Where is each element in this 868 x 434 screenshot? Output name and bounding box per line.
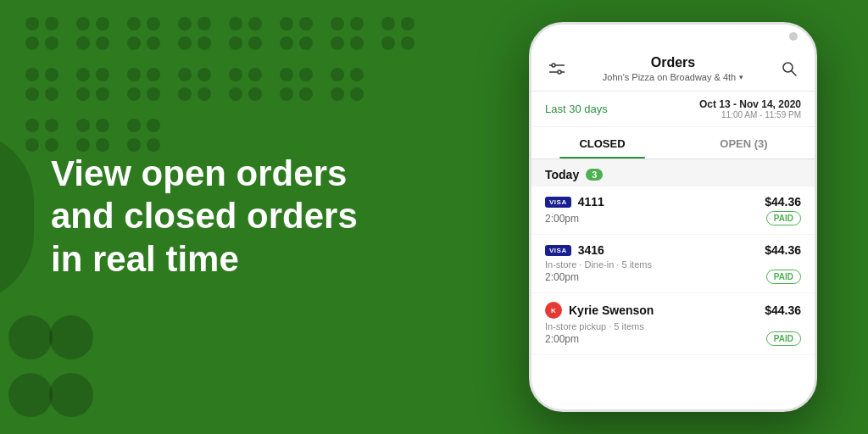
date-range-text: Oct 13 - Nov 14, 2020 11:00 AM - 11:59 P… [699, 98, 801, 120]
tab-closed[interactable]: CLOSED [531, 127, 673, 159]
svg-point-0 [552, 64, 555, 67]
order-time-3: 2:00pm [545, 333, 579, 345]
order-amount-1: $44.36 [765, 195, 801, 209]
phone-frame: Orders John's Pizza on Broadway & 4th ▾ [529, 22, 817, 412]
paid-badge-2: PAID [766, 270, 801, 284]
order-number-1: 4111 [578, 195, 604, 209]
order-card-2[interactable]: VISA 3416 $44.36 In-store · Dine-in · 5 … [531, 235, 815, 292]
order-number-2: 3416 [578, 243, 604, 257]
header-row: Orders John's Pizza on Broadway & 4th ▾ [545, 55, 801, 82]
visa-badge-1: VISA [545, 197, 571, 208]
order-time-2: 2:00pm [545, 271, 579, 283]
order-amount-2: $44.36 [765, 243, 801, 257]
order-row-bottom-2: 2:00pm PAID [545, 270, 801, 284]
camera-dot [789, 32, 798, 41]
orders-title: Orders [569, 55, 777, 70]
order-row-top-1: VISA 4111 $44.36 [545, 195, 801, 209]
paid-badge-3: PAID [766, 331, 801, 346]
phone-screen: Orders John's Pizza on Broadway & 4th ▾ [531, 25, 815, 409]
chevron-down-icon: ▾ [739, 73, 743, 81]
svg-point-3 [558, 70, 561, 74]
date-range-sub: 11:00 AM - 11:59 PM [699, 110, 801, 120]
today-badge: 3 [586, 169, 603, 181]
order-amount-3: $44.36 [765, 303, 801, 317]
svg-line-7 [792, 71, 797, 76]
order-card-1[interactable]: VISA 4111 $44.36 2:00pm PAID [531, 186, 815, 234]
order-details-2: In-store · Dine-in · 5 items [545, 259, 652, 270]
main-headline: View open orders and closed orders in re… [51, 153, 358, 281]
order-left-3: K Kyrie Swenson [545, 302, 654, 319]
paid-badge-1: PAID [766, 211, 801, 225]
orders-list: Today 3 VISA 4111 $44.36 2:00pm PAID [531, 159, 815, 355]
order-time-1: 2:00pm [545, 213, 579, 225]
app-header: Orders John's Pizza on Broadway & 4th ▾ [531, 48, 815, 92]
status-bar [531, 25, 815, 48]
headline-line1: View open orders [51, 153, 347, 193]
order-name-3: Kyrie Swenson [569, 303, 654, 317]
search-icon[interactable] [777, 57, 801, 81]
order-details-3: In-store pickup · 5 items [545, 321, 644, 331]
date-range-row: Last 30 days Oct 13 - Nov 14, 2020 11:00… [531, 92, 815, 127]
tabs-row: CLOSED OPEN (3) [531, 127, 815, 159]
filter-icon[interactable] [545, 57, 569, 81]
order-row-top-2: VISA 3416 $44.36 [545, 243, 801, 257]
order-left-2: VISA 3416 [545, 243, 604, 257]
headline-line3: in real time [51, 239, 239, 279]
order-row-bottom-3: 2:00pm PAID [545, 331, 801, 346]
section-header: Today 3 [531, 159, 815, 186]
location-text: John's Pizza on Broadway & 4th [603, 72, 736, 82]
left-content: View open orders and closed orders in re… [51, 153, 358, 281]
header-title: Orders John's Pizza on Broadway & 4th ▾ [569, 55, 777, 82]
order-left-1: VISA 4111 [545, 195, 604, 209]
kyrie-avatar: K [545, 302, 562, 319]
date-range-main: Oct 13 - Nov 14, 2020 [699, 98, 801, 110]
tab-open[interactable]: OPEN (3) [673, 127, 815, 159]
date-filter-link[interactable]: Last 30 days [545, 103, 608, 115]
visa-badge-2: VISA [545, 245, 571, 256]
section-title: Today [545, 168, 579, 181]
order-row-bottom-1: 2:00pm PAID [545, 211, 801, 225]
order-card-3[interactable]: K Kyrie Swenson $44.36 In-store pickup ·… [531, 293, 815, 354]
order-row-mid-3: In-store pickup · 5 items [545, 321, 801, 331]
phone-mockup: Orders John's Pizza on Broadway & 4th ▾ [529, 22, 817, 412]
order-row-top-3: K Kyrie Swenson $44.36 [545, 302, 801, 319]
order-row-mid-2: In-store · Dine-in · 5 items [545, 259, 801, 270]
headline-line2: and closed orders [51, 197, 358, 236]
location-row: John's Pizza on Broadway & 4th ▾ [569, 72, 777, 82]
